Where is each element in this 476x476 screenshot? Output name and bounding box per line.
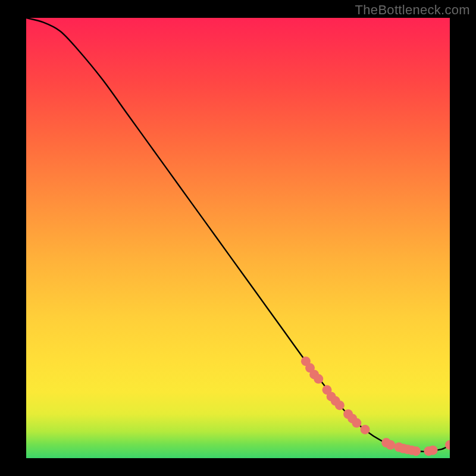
data-point — [335, 400, 345, 410]
watermark-text: TheBottleneck.com — [355, 2, 470, 18]
data-point — [314, 374, 323, 384]
gradient-background — [26, 18, 450, 458]
data-point — [361, 425, 370, 434]
data-point — [428, 446, 438, 455]
data-point — [352, 418, 361, 428]
data-point — [386, 440, 395, 450]
chart-frame: TheBottleneck.com — [0, 0, 476, 476]
chart-svg — [26, 18, 450, 458]
data-point — [411, 446, 421, 456]
plot-area — [26, 18, 450, 458]
